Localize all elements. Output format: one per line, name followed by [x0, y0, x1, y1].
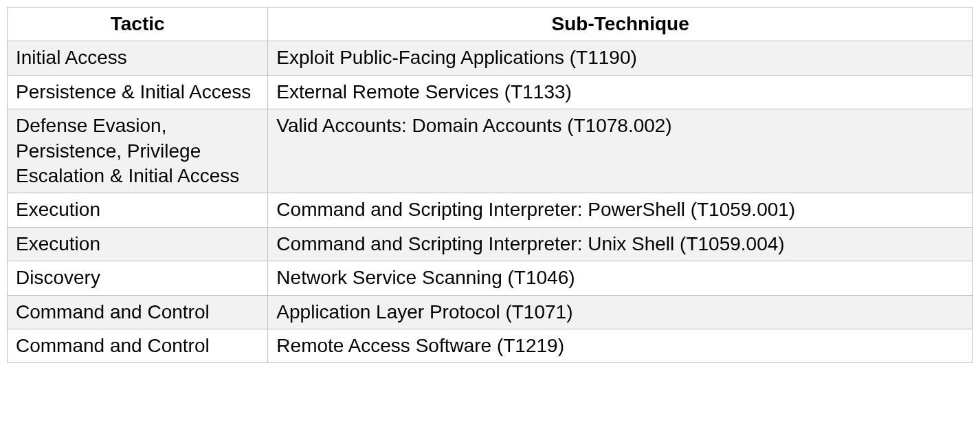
table-row: Command and Control Application Layer Pr…: [8, 295, 973, 329]
table-row: Command and Control Remote Access Softwa…: [8, 329, 973, 362]
table-row: Defense Evasion, Persistence, Privilege …: [8, 109, 973, 193]
table-header-row: Tactic Sub-Technique: [8, 8, 973, 41]
cell-subtechnique: Application Layer Protocol (T1071): [268, 295, 973, 329]
cell-subtechnique: External Remote Services (T1133): [268, 75, 973, 109]
cell-subtechnique: Command and Scripting Interpreter: Unix …: [268, 227, 973, 261]
cell-tactic: Discovery: [8, 261, 268, 295]
cell-tactic: Execution: [8, 227, 268, 261]
cell-tactic: Command and Control: [8, 295, 268, 329]
table-row: Initial Access Exploit Public-Facing App…: [8, 41, 973, 75]
table-row: Persistence & Initial Access External Re…: [8, 75, 973, 109]
attack-techniques-table: Tactic Sub-Technique Initial Access Expl…: [7, 7, 973, 363]
header-subtechnique: Sub-Technique: [268, 8, 973, 41]
cell-subtechnique: Remote Access Software (T1219): [268, 329, 973, 362]
cell-subtechnique: Command and Scripting Interpreter: Power…: [268, 193, 973, 227]
cell-tactic: Execution: [8, 193, 268, 227]
cell-subtechnique: Network Service Scanning (T1046): [268, 261, 973, 295]
table-row: Discovery Network Service Scanning (T104…: [8, 261, 973, 295]
cell-subtechnique: Valid Accounts: Domain Accounts (T1078.0…: [268, 109, 973, 193]
cell-tactic: Defense Evasion, Persistence, Privilege …: [8, 109, 268, 193]
cell-tactic: Command and Control: [8, 329, 268, 362]
cell-tactic: Initial Access: [8, 41, 268, 75]
table-row: Execution Command and Scripting Interpre…: [8, 227, 973, 261]
cell-subtechnique: Exploit Public-Facing Applications (T119…: [268, 41, 973, 75]
cell-tactic: Persistence & Initial Access: [8, 75, 268, 109]
table-row: Execution Command and Scripting Interpre…: [8, 193, 973, 227]
header-tactic: Tactic: [8, 8, 268, 41]
